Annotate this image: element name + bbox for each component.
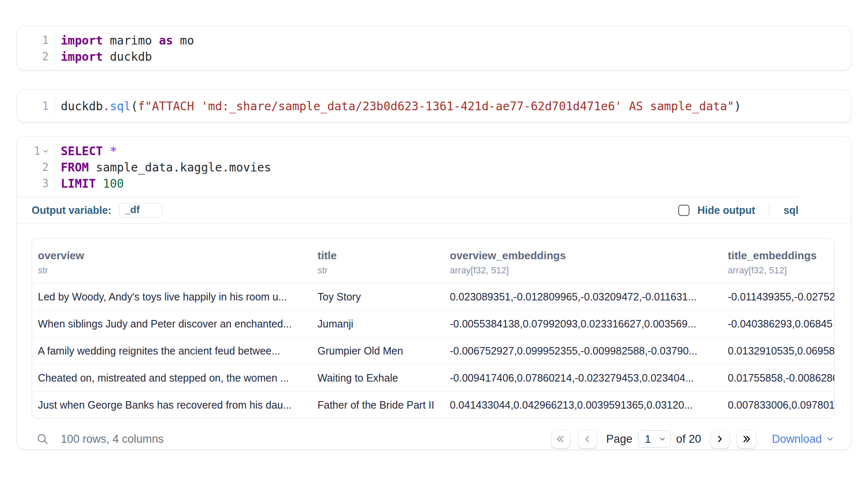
table-cell: 0.041433044,0.042966213,0.0039591365,0.0…: [444, 399, 722, 411]
download-button[interactable]: Download: [772, 433, 835, 446]
column-name: title_embeddings: [728, 249, 834, 262]
download-label: Download: [772, 433, 822, 446]
code-token: sql: [110, 99, 131, 113]
line-gutter: 1: [17, 98, 55, 114]
column-dtype: array[f32, 512]: [450, 265, 722, 276]
line-gutter: 2: [17, 49, 55, 65]
line-number: 2: [42, 49, 49, 65]
table-cell: 0.007833006,0.097801: [722, 399, 834, 411]
code-cell-attach: 1duckdb.sql(f"ATTACH 'md:_share/sample_d…: [17, 89, 851, 122]
line-gutter: 1: [17, 143, 55, 159]
table-header: overviewstrtitlestroverview_embeddingsar…: [32, 239, 834, 283]
code-token: marimo: [103, 34, 159, 47]
table-row[interactable]: Just when George Banks has recovered fro…: [32, 391, 834, 418]
column-dtype: str: [38, 265, 312, 276]
column-header[interactable]: overview_embeddingsarray[f32, 512]: [444, 249, 722, 276]
table-cell: Jumanji: [312, 318, 444, 330]
code-editor[interactable]: 1SELECT *2FROM sample_data.kaggle.movies…: [17, 137, 851, 197]
code-token: 100: [103, 177, 124, 191]
first-page-button[interactable]: [551, 430, 570, 449]
output-bar: Output variable: Hide output sql: [17, 197, 851, 223]
table-cell: Grumpier Old Men: [312, 345, 444, 357]
code-token: import: [61, 34, 103, 47]
code-token: duckdb: [103, 50, 152, 64]
table-cell: 0.0132910535,0.06958: [722, 345, 834, 357]
table-cell: Waiting to Exhale: [312, 372, 444, 384]
page-label: Page: [606, 433, 632, 446]
line-number: 1: [42, 32, 49, 49]
line-number: 3: [42, 176, 49, 192]
table-cell: -0.040386293,0.06845: [722, 318, 834, 330]
page-total-label: of 20: [676, 433, 701, 446]
column-name: title: [317, 249, 444, 262]
table-cell: A family wedding reignites the ancient f…: [32, 345, 312, 357]
notebook: 1import marimo as mo2import duckdb 1duck…: [0, 0, 868, 450]
column-header[interactable]: overviewstr: [32, 249, 312, 276]
chevron-down-icon: [658, 435, 667, 443]
code-content[interactable]: SELECT *: [55, 143, 117, 159]
column-header[interactable]: titlestr: [312, 249, 444, 276]
table-cell: 0.023089351,-0.012809965,-0.03209472,-0.…: [444, 291, 722, 303]
row-count-summary: 100 rows, 4 columns: [61, 433, 164, 446]
column-dtype: str: [317, 265, 444, 276]
code-token: import: [61, 50, 103, 64]
table-cell: When siblings Judy and Peter discover an…: [32, 318, 312, 330]
previous-page-button[interactable]: [578, 430, 597, 449]
chevron-down-icon: [826, 434, 835, 444]
code-content[interactable]: FROM sample_data.kaggle.movies: [55, 159, 271, 176]
search-icon[interactable]: [36, 433, 49, 446]
output-variable-input[interactable]: [119, 203, 162, 218]
code-line: 2FROM sample_data.kaggle.movies: [17, 159, 851, 176]
table-output: overviewstrtitlestroverview_embeddingsar…: [17, 223, 851, 419]
column-dtype: array[f32, 512]: [728, 265, 834, 276]
table-row[interactable]: Cheated on, mistreated and stepped on, t…: [32, 364, 834, 391]
page-number-value: 1: [645, 433, 651, 446]
next-page-button[interactable]: [710, 430, 730, 449]
pagination: Page 1 of 20: [551, 430, 835, 449]
language-badge[interactable]: sql: [784, 204, 799, 216]
page-number-select[interactable]: 1: [638, 430, 671, 448]
line-number: 2: [42, 159, 49, 176]
line-gutter: 2: [17, 159, 55, 176]
code-content[interactable]: import marimo as mo: [55, 32, 194, 49]
code-line: 1import marimo as mo: [17, 32, 851, 49]
code-token: mo: [173, 34, 194, 47]
divider: [769, 203, 769, 217]
column-name: overview: [38, 249, 312, 262]
code-editor[interactable]: 1duckdb.sql(f"ATTACH 'md:_share/sample_d…: [17, 90, 851, 122]
code-content[interactable]: duckdb.sql(f"ATTACH 'md:_share/sample_da…: [55, 98, 741, 114]
column-header[interactable]: title_embeddingsarray[f32, 512]: [722, 249, 834, 276]
data-table: overviewstrtitlestroverview_embeddingsar…: [32, 238, 835, 419]
column-name: overview_embeddings: [450, 249, 722, 262]
table-body: Led by Woody, Andy's toys live happily i…: [32, 283, 834, 418]
code-token: (: [131, 99, 138, 113]
hide-output-checkbox[interactable]: [678, 205, 689, 216]
output-variable-label: Output variable:: [32, 204, 112, 216]
sql-cell: 1SELECT *2FROM sample_data.kaggle.movies…: [17, 136, 851, 450]
table-cell: Led by Woody, Andy's toys live happily i…: [32, 291, 312, 303]
code-token: *: [110, 144, 117, 158]
code-token: sample_data.kaggle.movies: [89, 161, 271, 174]
table-cell: Father of the Bride Part II: [312, 399, 444, 411]
fold-chevron-icon[interactable]: [42, 148, 49, 154]
last-page-button[interactable]: [737, 430, 756, 449]
table-row[interactable]: Led by Woody, Andy's toys live happily i…: [32, 283, 834, 310]
table-row[interactable]: A family wedding reignites the ancient f…: [32, 337, 834, 364]
code-token: LIMIT: [61, 177, 96, 191]
code-content[interactable]: LIMIT 100: [55, 176, 124, 192]
table-footer: 100 rows, 4 columns Page 1: [17, 429, 851, 449]
code-content[interactable]: import duckdb: [55, 49, 152, 65]
table-cell: -0.009417406,0.07860214,-0.023279453,0.0…: [444, 372, 722, 384]
code-editor[interactable]: 1import marimo as mo2import duckdb: [17, 26, 851, 70]
code-token: duckdb: [61, 99, 103, 113]
hide-output-label[interactable]: Hide output: [697, 204, 755, 216]
code-token: .: [103, 99, 110, 113]
output-variable-group: Output variable:: [32, 203, 162, 218]
table-cell: Just when George Banks has recovered fro…: [32, 399, 312, 411]
table-cell: -0.0055384138,0.07992093,0.023316627,0.0…: [444, 318, 722, 330]
output-options-group: Hide output sql: [678, 203, 799, 217]
table-row[interactable]: When siblings Judy and Peter discover an…: [32, 310, 834, 337]
code-cell-imports: 1import marimo as mo2import duckdb: [17, 26, 851, 70]
table-cell: 0.01755858,-0.0086286: [722, 372, 834, 384]
code-token: as: [159, 34, 173, 47]
